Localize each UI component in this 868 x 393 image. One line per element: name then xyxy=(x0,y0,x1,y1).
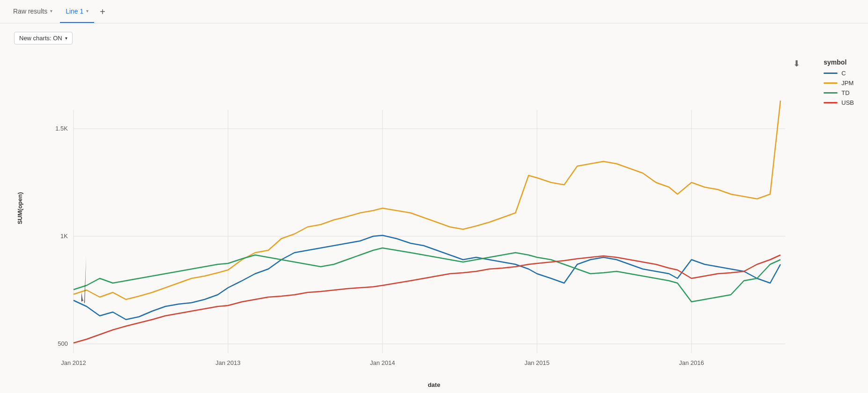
svg-text:Jan 2015: Jan 2015 xyxy=(524,359,550,366)
line-chart: 500 1K 1.5K Jan 2012 Jan 2013 Jan 2014 J… xyxy=(36,63,832,381)
add-tab-button[interactable]: + xyxy=(96,3,109,20)
line-USB xyxy=(74,255,780,343)
tab-raw-results[interactable]: Raw results ▾ xyxy=(7,0,58,23)
chart-container: New charts: ON ▾ ⬇ symbol C JPM TD USB S… xyxy=(0,23,868,393)
mouse-cursor xyxy=(81,256,86,304)
chart-controls: New charts: ON ▾ xyxy=(14,32,73,44)
tab-raw-results-label: Raw results xyxy=(13,7,47,15)
tab-line-1[interactable]: Line 1 ▾ xyxy=(60,0,94,23)
svg-text:Jan 2016: Jan 2016 xyxy=(679,359,704,366)
svg-text:Jan 2013: Jan 2013 xyxy=(215,359,241,366)
new-charts-toggle[interactable]: New charts: ON ▾ xyxy=(14,32,73,44)
line-TD xyxy=(74,248,780,302)
tab-line-1-label: Line 1 xyxy=(66,7,83,15)
chart-svg-wrapper: 500 1K 1.5K Jan 2012 Jan 2013 Jan 2014 J… xyxy=(0,51,868,393)
svg-text:1.5K: 1.5K xyxy=(55,125,68,132)
svg-text:500: 500 xyxy=(58,340,68,347)
svg-text:Jan 2012: Jan 2012 xyxy=(61,359,86,366)
svg-text:Jan 2014: Jan 2014 xyxy=(370,359,395,366)
svg-text:1K: 1K xyxy=(60,233,68,240)
new-charts-chevron: ▾ xyxy=(65,36,67,41)
tab-bar: Raw results ▾ Line 1 ▾ + xyxy=(0,0,868,23)
tab-line-1-chevron: ▾ xyxy=(86,8,88,14)
tab-raw-results-chevron: ▾ xyxy=(50,8,52,14)
new-charts-label: New charts: ON xyxy=(19,35,62,42)
